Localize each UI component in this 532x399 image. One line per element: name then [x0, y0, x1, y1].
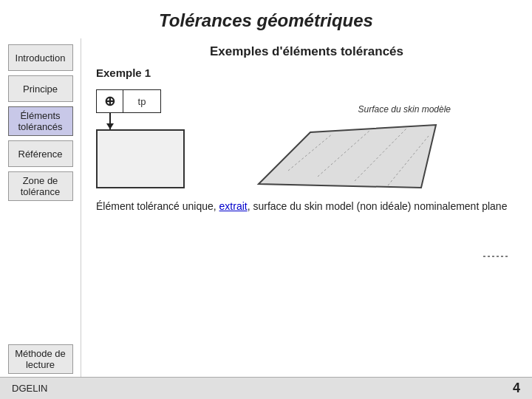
tolerance-value: tp — [123, 90, 160, 112]
sidebar-item-reference[interactable]: Référence — [8, 140, 73, 167]
extrait-link[interactable]: extrait — [219, 200, 248, 212]
sidebar: Introduction Principe Éléments tolérancé… — [0, 38, 81, 396]
tolerance-symbol: ⊕ — [97, 90, 123, 112]
dotted-indicator — [483, 253, 510, 260]
tolerance-indicator: ⊕ tp — [96, 89, 161, 113]
example-label: Exemple 1 — [96, 66, 517, 79]
dotted-line-svg — [483, 253, 510, 260]
sidebar-item-methode-lecture[interactable]: Méthode de lecture — [8, 344, 73, 374]
sidebar-item-principe[interactable]: Principe — [8, 75, 73, 102]
description: Élément tolérancé unique, extrait, surfa… — [96, 199, 517, 214]
sidebar-item-introduction[interactable]: Introduction — [8, 44, 73, 71]
footer-label: DGELIN — [12, 383, 47, 394]
tolerance-frame-area: ⊕ tp Surface du skin modèle — [96, 89, 517, 188]
page-title: Tolérances géométriques — [0, 0, 532, 38]
skin-surface-label: Surface du skin modèle — [244, 104, 451, 115]
tolerance-rect — [96, 129, 185, 188]
description-text-before: Élément tolérancé unique, — [96, 200, 219, 212]
section-title: Exemples d'éléments tolérancés — [96, 44, 517, 59]
skin-surface-svg — [244, 117, 451, 199]
sidebar-item-elements-tolerances[interactable]: Éléments tolérancés — [8, 106, 73, 136]
tolerance-box-wrapper: ⊕ tp — [96, 89, 185, 188]
main-content: Exemples d'éléments tolérancés Exemple 1… — [81, 38, 532, 396]
arrow-down — [109, 113, 111, 129]
skin-surface-area: Surface du skin modèle — [244, 104, 451, 199]
footer: DGELIN 4 — [0, 377, 532, 399]
description-text-after: , surface du skin model (non idéale) nom… — [248, 200, 508, 212]
footer-page: 4 — [513, 381, 520, 396]
sidebar-item-zone-tolerance[interactable]: Zone de tolérance — [8, 171, 73, 201]
svg-marker-0 — [259, 125, 436, 188]
